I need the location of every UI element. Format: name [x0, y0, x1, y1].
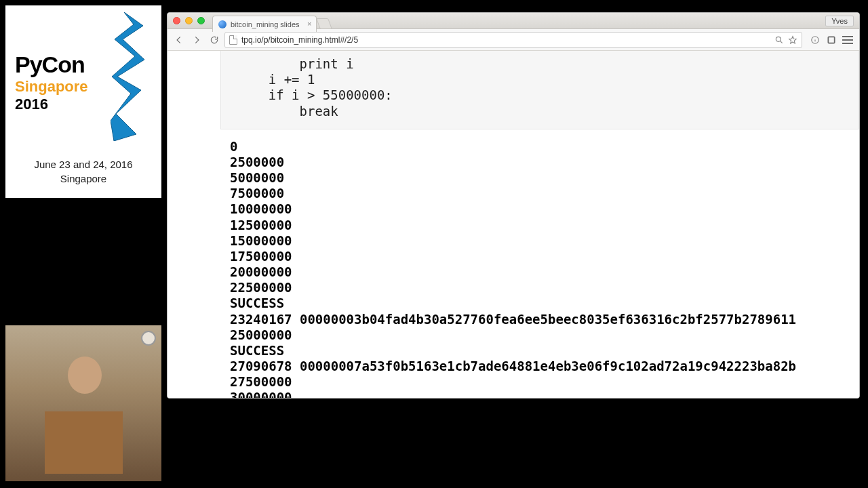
svg-rect-7	[828, 37, 834, 43]
browser-window: Yves bitcoin_mining slides × tpq.io/p/b	[167, 12, 860, 399]
forward-button[interactable]	[189, 33, 204, 47]
window-close-button[interactable]	[173, 17, 180, 24]
tab-favicon-icon	[218, 20, 226, 28]
svg-marker-0	[111, 12, 144, 141]
browser-toolbar: tpq.io/p/bitcoin_mining.html#/2/5	[167, 29, 859, 51]
window-maximize-button[interactable]	[197, 17, 205, 24]
speaker-webcam	[5, 325, 161, 481]
address-bar[interactable]: tpq.io/p/bitcoin_mining.html#/2/5	[224, 32, 802, 48]
reload-button[interactable]	[207, 33, 222, 47]
conference-sidebar: PyCon Singapore 2016 June 23 and 24, 201…	[5, 5, 161, 198]
logo-line1: PyCon	[15, 52, 88, 78]
svg-marker-3	[789, 36, 797, 43]
code-cell: print i i += 1 if i > 55000000: break	[220, 51, 859, 129]
profile-button[interactable]: Yves	[825, 16, 854, 26]
extension-info-icon[interactable]	[808, 33, 823, 47]
menu-button[interactable]	[840, 33, 855, 47]
pycon-logo: PyCon Singapore 2016	[5, 5, 161, 141]
svg-line-2	[781, 41, 783, 43]
logo-year: 2016	[15, 96, 88, 113]
event-date: June 23 and 24, 2016 Singapore	[5, 157, 161, 186]
page-icon	[229, 35, 237, 45]
zoom-icon[interactable]	[774, 35, 784, 45]
info-circle-icon	[810, 35, 820, 45]
square-icon	[827, 35, 836, 45]
svg-point-1	[776, 37, 781, 41]
tab-title: bitcoin_mining slides	[231, 20, 300, 28]
extension-square-icon[interactable]	[824, 33, 839, 47]
hamburger-icon	[842, 36, 853, 44]
output-cell: 0 2500000 5000000 7500000 10000000 12500…	[220, 139, 859, 398]
arrow-right-icon	[192, 35, 201, 45]
logo-line2: Singapore	[15, 78, 88, 95]
url-text: tpq.io/p/bitcoin_mining.html#/2/5	[241, 35, 770, 45]
arrow-left-icon	[174, 35, 184, 45]
bookmark-star-icon[interactable]	[788, 35, 797, 45]
window-controls	[173, 17, 205, 24]
event-date-line2: Singapore	[5, 171, 161, 186]
window-minimize-button[interactable]	[185, 17, 193, 24]
conference-banner: PyCon Singapore 2016 June 23 and 24, 201…	[5, 5, 161, 198]
wall-clock-icon	[141, 331, 156, 346]
page-content: print i i += 1 if i > 55000000: break 0 …	[167, 51, 859, 398]
pycon-logo-shape	[111, 12, 151, 141]
browser-tab[interactable]: bitcoin_mining slides ×	[212, 16, 317, 32]
event-date-line1: June 23 and 24, 2016	[5, 157, 161, 171]
reload-icon	[210, 35, 219, 45]
tab-close-icon[interactable]: ×	[307, 20, 311, 28]
back-button[interactable]	[172, 33, 186, 47]
